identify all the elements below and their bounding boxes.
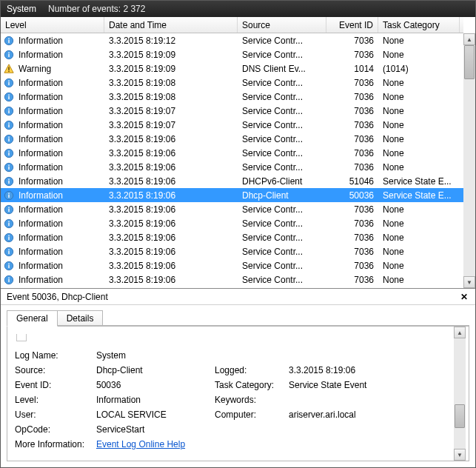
table-row[interactable]: Information3.3.2015 8:19:06Service Contr… <box>1 146 463 160</box>
row-level: Information <box>19 204 63 215</box>
row-eventid: 7036 <box>326 92 378 102</box>
logged-value: 3.3.2015 8:19:06 <box>289 365 422 375</box>
row-datetime: 3.3.2015 8:19:06 <box>104 148 238 158</box>
col-level[interactable]: Level <box>1 17 104 33</box>
row-taskcategory: None <box>378 204 460 215</box>
svg-rect-31 <box>8 180 9 183</box>
table-row[interactable]: Information3.3.2015 8:19:06DHCPv6-Client… <box>1 174 463 188</box>
table-row[interactable]: Information3.3.2015 8:19:06Dhcp-Client50… <box>1 188 463 202</box>
col-datetime[interactable]: Date and Time <box>104 17 238 33</box>
table-row[interactable]: Information3.3.2015 8:19:09Service Contr… <box>1 47 463 61</box>
table-row[interactable]: Information3.3.2015 8:19:06Service Contr… <box>1 216 463 230</box>
scroll-thumb[interactable] <box>464 45 475 79</box>
row-level: Information <box>19 148 63 158</box>
computer-label: Computer: <box>215 410 289 420</box>
table-row[interactable]: Information3.3.2015 8:19:08Service Contr… <box>1 76 463 90</box>
row-datetime: 3.3.2015 8:19:09 <box>104 64 238 74</box>
row-eventid: 7036 <box>326 218 378 229</box>
svg-rect-7 <box>8 67 9 70</box>
row-eventid: 7036 <box>326 162 378 173</box>
row-source: Service Contr... <box>238 106 326 116</box>
detail-scroll-thumb[interactable] <box>455 404 465 428</box>
row-taskcategory: None <box>378 218 460 229</box>
info-icon <box>4 148 14 158</box>
row-source: Service Contr... <box>238 261 326 271</box>
svg-rect-11 <box>8 80 9 81</box>
scroll-up-button[interactable]: ▲ <box>463 33 475 45</box>
detail-scroll-up[interactable]: ▲ <box>454 327 466 338</box>
row-taskcategory: None <box>378 261 460 271</box>
table-row[interactable]: Information3.3.2015 8:19:06Service Contr… <box>1 230 463 244</box>
row-eventid: 1014 <box>326 64 378 74</box>
table-row[interactable]: Information3.3.2015 8:19:06Service Contr… <box>1 258 463 273</box>
detail-title: Event 50036, Dhcp-Client <box>7 292 108 302</box>
list-scrollbar[interactable]: ▲ ▼ <box>463 33 475 288</box>
table-row[interactable]: Warning3.3.2015 8:19:09DNS Client Ev...1… <box>1 61 463 76</box>
svg-rect-26 <box>8 150 9 151</box>
logname-value: System <box>96 350 215 361</box>
row-level: Information <box>19 247 63 257</box>
close-icon[interactable]: ✕ <box>459 292 469 302</box>
table-row[interactable]: Information3.3.2015 8:19:06Service Contr… <box>1 273 463 287</box>
table-row[interactable]: Information3.3.2015 8:19:08Service Contr… <box>1 90 463 104</box>
column-headers[interactable]: Level Date and Time Source Event ID Task… <box>1 17 463 33</box>
row-source: Service Contr... <box>238 204 326 215</box>
detail-scrollbar[interactable]: ▲ ▼ <box>454 327 466 461</box>
table-row[interactable]: Information3.3.2015 8:19:07Service Contr… <box>1 118 463 132</box>
level-value: Information <box>96 395 215 405</box>
row-taskcategory: None <box>378 78 460 88</box>
svg-rect-8 <box>8 70 9 71</box>
detail-scroll-down[interactable]: ▼ <box>454 449 466 461</box>
scroll-track[interactable] <box>463 45 475 276</box>
row-level: Information <box>19 233 63 243</box>
info-icon <box>4 204 14 215</box>
detail-scroll-track[interactable] <box>454 338 466 449</box>
row-taskcategory: Service State E... <box>378 190 460 201</box>
svg-rect-38 <box>8 207 9 207</box>
col-eventid[interactable]: Event ID <box>326 17 378 33</box>
row-level: Information <box>19 190 63 201</box>
svg-rect-4 <box>8 53 9 56</box>
row-source: Service Contr... <box>238 218 326 229</box>
svg-rect-47 <box>8 249 9 250</box>
source-label: Source: <box>15 365 96 375</box>
row-taskcategory: None <box>378 120 460 130</box>
logged-label: Logged: <box>215 365 289 375</box>
table-row[interactable]: Information3.3.2015 8:19:12Service Contr… <box>1 33 463 47</box>
tab-details[interactable]: Details <box>57 310 104 327</box>
row-level: Information <box>19 92 63 102</box>
table-row[interactable]: Information3.3.2015 8:19:06Service Contr… <box>1 132 463 146</box>
row-level: Information <box>19 36 63 46</box>
info-icon <box>4 92 14 102</box>
row-datetime: 3.3.2015 8:19:06 <box>104 247 238 257</box>
svg-rect-40 <box>8 222 9 225</box>
detail-pane: Event 50036, Dhcp-Client ✕ General Detai… <box>1 289 475 467</box>
table-row[interactable]: Information3.3.2015 8:19:06Service Contr… <box>1 244 463 258</box>
svg-rect-22 <box>8 138 9 141</box>
event-count: Number of events: 2 372 <box>48 4 145 14</box>
row-datetime: 3.3.2015 8:19:06 <box>104 275 238 285</box>
tab-general[interactable]: General <box>7 310 58 327</box>
svg-rect-14 <box>8 94 9 95</box>
svg-rect-19 <box>8 124 9 127</box>
info-icon <box>4 120 14 130</box>
row-level: Information <box>19 218 63 229</box>
row-taskcategory: None <box>378 162 460 173</box>
row-source: Service Contr... <box>238 78 326 88</box>
row-eventid: 50036 <box>326 190 378 201</box>
svg-rect-35 <box>8 193 9 193</box>
scroll-down-button[interactable]: ▼ <box>463 276 475 288</box>
table-row[interactable]: Information3.3.2015 8:19:06Service Contr… <box>1 202 463 216</box>
col-taskcategory[interactable]: Task Category <box>378 17 460 33</box>
row-eventid: 7036 <box>326 148 378 158</box>
table-row[interactable]: Information3.3.2015 8:19:07Service Contr… <box>1 104 463 118</box>
moreinfo-link[interactable]: Event Log Online Help <box>96 439 185 449</box>
panel-stub <box>16 334 27 341</box>
opcode-value: ServiceStart <box>96 424 215 435</box>
row-taskcategory: None <box>378 148 460 158</box>
row-taskcategory: None <box>378 247 460 257</box>
user-value: LOCAL SERVICE <box>96 410 215 420</box>
table-row[interactable]: Information3.3.2015 8:19:06Service Contr… <box>1 160 463 174</box>
row-source: DNS Client Ev... <box>238 64 326 74</box>
col-source[interactable]: Source <box>238 17 326 33</box>
